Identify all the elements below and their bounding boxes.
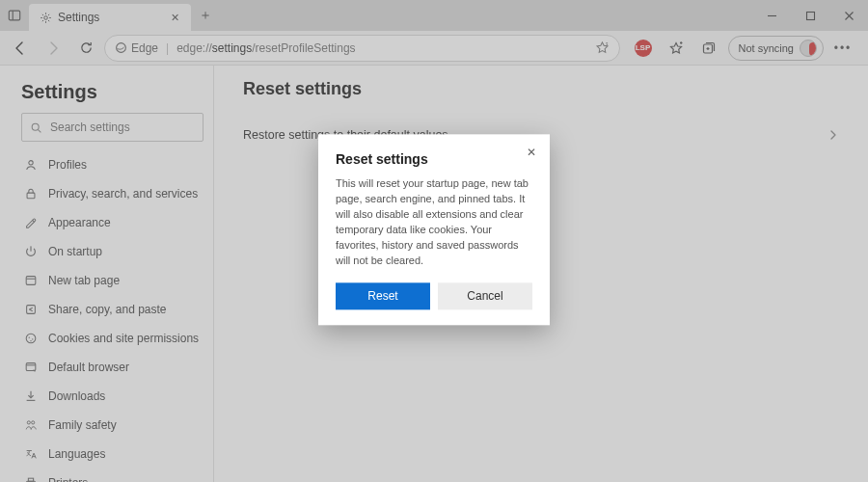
dialog-buttons: Reset Cancel [336,282,532,309]
reset-settings-dialog: ✕ Reset settings This will reset your st… [318,134,550,325]
reset-button[interactable]: Reset [336,282,430,309]
dialog-close-button[interactable]: ✕ [521,142,542,163]
dialog-body: This will reset your startup page, new t… [336,176,532,269]
cancel-button[interactable]: Cancel [438,282,532,309]
dialog-title: Reset settings [336,151,532,167]
